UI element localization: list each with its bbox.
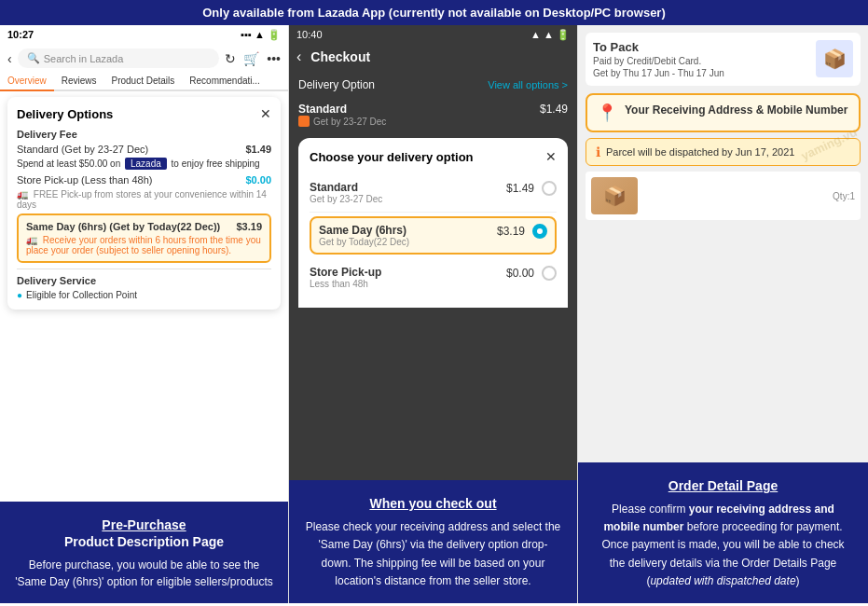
time-1: 10:27 <box>7 29 34 41</box>
option2-name: Same Day (6hrs) <box>319 224 497 237</box>
choose-modal: Choose your delivery option ✕ Standard G… <box>298 138 568 308</box>
status-bar-2: 10:40 ▲ ▲ 🔋 <box>289 25 577 45</box>
column-1: 10:27 ▪▪▪ ▲ 🔋 ‹ 🔍 Search in Lazada ↻ 🛒 •… <box>0 25 289 603</box>
product-row: 📦 Qty:1 <box>586 172 861 220</box>
status-bar-1: 10:27 ▪▪▪ ▲ 🔋 <box>0 25 288 45</box>
pre-purchase-title-line2: Product Description Page <box>15 534 273 549</box>
eligible-row: ● Eligible for Collection Point <box>17 290 271 300</box>
option1-price: $1.49 <box>506 182 534 195</box>
standard-label-2: Standard <box>298 103 347 116</box>
dispatch-text: Parcel will be dispatched by Jun 17, 202… <box>606 146 794 158</box>
option3-radio[interactable] <box>542 266 557 281</box>
option1-date: Get by 23-27 Dec <box>310 194 506 204</box>
checkout-back-icon[interactable]: ‹ <box>296 48 301 65</box>
search-bar-row: ‹ 🔍 Search in Lazada ↻ 🛒 ••• <box>0 45 288 72</box>
modal-title: Delivery Options <box>17 107 113 121</box>
product-thumbnail: 📦 <box>591 177 638 214</box>
dispatch-notice: ℹ Parcel will be dispatched by Jun 17, 2… <box>586 138 861 166</box>
option3-name: Store Pick-up <box>310 266 506 279</box>
info-icon: ℹ <box>596 145 600 159</box>
top-banner: Only available from Lazada App (currentl… <box>0 0 868 25</box>
view-all-link[interactable]: View all options > <box>488 79 568 90</box>
tab-row: Overview Reviews Product Details Recomme… <box>0 72 288 91</box>
phone-screen-1: 10:27 ▪▪▪ ▲ 🔋 ‹ 🔍 Search in Lazada ↻ 🛒 •… <box>0 25 288 504</box>
search-placeholder: Search in Lazada <box>44 53 124 64</box>
to-pack-section: To Pack Paid by Credit/Debit Card. Get b… <box>586 33 861 86</box>
standard-option-row: Standard $1.49 Get by 23-27 Dec <box>289 97 577 132</box>
choose-close-icon[interactable]: ✕ <box>545 149 557 164</box>
order-italic-text: updated with dispatched date <box>650 574 795 587</box>
bottom-section-1: Pre-Purchase Product Description Page Be… <box>0 504 288 603</box>
same-day-option[interactable]: Same Day (6hrs) (Get by Today(22 Dec)) $… <box>17 213 271 263</box>
option-store-pickup[interactable]: Store Pick-up Less than 48h $0.00 <box>310 258 557 296</box>
delivery-modal: Delivery Options ✕ Delivery Fee Standard… <box>7 97 281 310</box>
qty-badge: Qty:1 <box>833 191 855 201</box>
phone-screen-2: 10:40 ▲ ▲ 🔋 ‹ Checkout Delivery Option V… <box>289 25 577 483</box>
banner-text: Only available from Lazada App (currentl… <box>202 6 666 20</box>
option2-radio[interactable] <box>532 224 547 239</box>
delivery-option-label: Delivery Option <box>298 78 375 91</box>
option1-radio[interactable] <box>542 181 557 196</box>
option3-date: Less than 48h <box>310 279 506 289</box>
when-checkout-body: Please check your receiving address and … <box>304 518 562 590</box>
pack-sub1: Paid by Credit/Debit Card. <box>593 56 724 66</box>
address-text: Your Receiving Address & Mobile Number <box>625 103 847 118</box>
standard-price-2: $1.49 <box>540 103 568 116</box>
address-highlighted: 📍 Your Receiving Address & Mobile Number <box>586 93 861 132</box>
option3-price: $0.00 <box>506 267 534 280</box>
search-box[interactable]: 🔍 Search in Lazada <box>18 48 220 68</box>
nav-icons: ↻ 🛒 ••• <box>225 51 281 66</box>
option-standard[interactable]: Standard Get by 23-27 Dec $1.49 <box>310 173 557 213</box>
standard-row: Standard (Get by 23-27 Dec) $1.49 <box>17 144 271 155</box>
store-pickup-price: $0.00 <box>245 174 271 186</box>
option2-price: $3.19 <box>497 225 525 238</box>
spend-text: Spend at least $50.00 on Lazada to enjoy… <box>17 158 271 169</box>
option-same-day[interactable]: Same Day (6hrs) Get by Today(22 Dec) $3.… <box>310 216 557 255</box>
delivery-fee-label: Delivery Fee <box>17 129 271 140</box>
bottom-section-2: When you check out Please check your rec… <box>289 483 577 603</box>
lazada-badge: Lazada <box>125 158 167 170</box>
delivery-option-row: Delivery Option View all options > <box>289 73 577 97</box>
option1-name: Standard <box>310 181 506 194</box>
checkout-title: Checkout <box>310 49 370 64</box>
refresh-icon[interactable]: ↻ <box>225 51 236 66</box>
standard-date: Get by 23-27 Dec <box>298 116 568 127</box>
order-detail-title: Order Detail Page <box>593 478 853 493</box>
pack-sub2: Get by Thu 17 Jun - Thu 17 Jun <box>593 68 724 78</box>
checkout-header: ‹ Checkout <box>289 45 577 73</box>
tab-reviews[interactable]: Reviews <box>54 72 104 90</box>
when-checkout-title: When you check out <box>304 496 562 511</box>
tab-product-details[interactable]: Product Details <box>103 72 182 90</box>
tab-overview[interactable]: Overview <box>0 72 54 91</box>
close-icon[interactable]: ✕ <box>260 106 271 121</box>
more-icon[interactable]: ••• <box>267 51 281 66</box>
signal-icons: ▪▪▪ ▲ 🔋 <box>241 29 281 41</box>
store-pickup-row: Store Pick-up (Less than 48h) $0.00 <box>17 174 271 186</box>
option2-date: Get by Today(22 Dec) <box>319 237 497 247</box>
column-2: 10:40 ▲ ▲ 🔋 ‹ Checkout Delivery Option V… <box>289 25 578 603</box>
pre-purchase-body: Before purchase, you would be able to se… <box>15 557 273 590</box>
tab-recommendations[interactable]: Recommendati... <box>182 72 268 90</box>
to-pack-header: To Pack Paid by Credit/Debit Card. Get b… <box>593 40 853 78</box>
cart-icon[interactable]: 🛒 <box>243 51 259 66</box>
signal-icons-2: ▲ ▲ 🔋 <box>530 29 570 41</box>
bottom-section-3: Order Detail Page Please confirm your re… <box>578 465 868 603</box>
modal-header: Delivery Options ✕ <box>17 106 271 121</box>
pre-purchase-title-line1: Pre-Purchase <box>15 517 273 532</box>
pack-icon: 📦 <box>816 40 853 77</box>
location-pin-icon: 📍 <box>597 103 617 123</box>
order-detail-body: Please confirm your receiving address an… <box>593 501 853 590</box>
orange-square-icon <box>298 116 310 127</box>
search-icon: 🔍 <box>27 52 40 64</box>
main-container: 10:27 ▪▪▪ ▲ 🔋 ‹ 🔍 Search in Lazada ↻ 🛒 •… <box>0 25 868 603</box>
free-pickup-text: 🚛 FREE Pick-up from stores at your conve… <box>17 189 271 210</box>
eligible-text: Eligible for Collection Point <box>26 290 137 300</box>
same-day-sub: 🚛 Receive your orders within 6 hours fro… <box>26 235 262 255</box>
choose-header: Choose your delivery option ✕ <box>310 149 557 164</box>
back-arrow-icon[interactable]: ‹ <box>7 51 12 66</box>
choose-title: Choose your delivery option <box>310 150 474 164</box>
store-pickup-label: Store Pick-up (Less than 48h) <box>17 174 153 186</box>
same-day-label: Same Day (6hrs) (Get by Today(22 Dec)) <box>26 221 220 232</box>
standard-price: $1.49 <box>245 144 271 155</box>
time-2: 10:40 <box>296 29 323 41</box>
